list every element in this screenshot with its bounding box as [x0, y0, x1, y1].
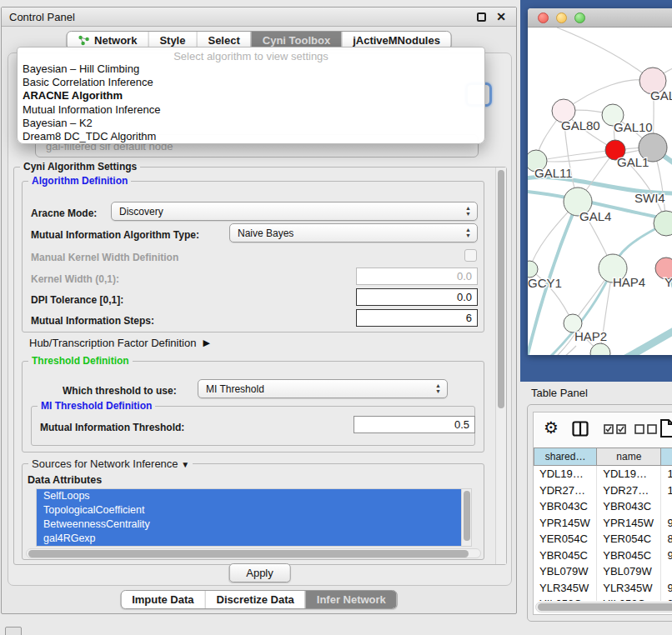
float-window-icon[interactable] [477, 12, 486, 22]
table-cell[interactable]: 9 [661, 596, 672, 601]
table-cell[interactable]: YER054C [597, 531, 661, 548]
gear-icon[interactable]: ⚙ [544, 418, 559, 438]
select-all-checkboxes-icon[interactable] [604, 424, 627, 434]
table-cell[interactable]: YDR27… [534, 482, 597, 499]
manual-kernel-label: Manual Kernel Width Definition [31, 252, 178, 263]
close-icon[interactable]: ✕ [496, 10, 506, 23]
table-row[interactable]: YLR345W YLR345W 9. [534, 580, 672, 597]
column-header-name[interactable]: name [597, 448, 661, 466]
close-traffic-light-icon[interactable] [538, 12, 549, 23]
table-cell[interactable]: YBL079W [597, 563, 661, 580]
table-row[interactable]: YDR27… YDR27… 12 [534, 482, 672, 499]
table-row[interactable]: YBL079W YBL079W [534, 563, 672, 580]
sources-hscrollbar-track[interactable] [26, 548, 481, 558]
hub-definition-expander[interactable]: Hub/Transcription Factor Definition ▶ [29, 337, 210, 349]
node-swi4[interactable] [654, 211, 672, 236]
node-bottom[interactable] [590, 343, 610, 355]
new-document-icon[interactable] [659, 418, 672, 438]
table-cell[interactable]: YIL052C [597, 596, 661, 601]
column-header-shared-name[interactable]: shared… [534, 448, 597, 466]
table-cell[interactable]: YBR045C [534, 548, 597, 564]
node-label: GAL11 [534, 166, 573, 180]
node-label: GAL80 [561, 118, 600, 132]
menu-item[interactable]: Mutual Information Inference [18, 103, 484, 117]
table-cell[interactable]: 9. [661, 580, 672, 597]
table-cell[interactable]: YDR27… [597, 482, 661, 499]
list-scrollbar-track[interactable] [461, 489, 471, 546]
table-panel-inner: ⚙ [533, 412, 672, 615]
settings-scrollbar-track[interactable] [495, 168, 506, 564]
table-cell[interactable]: 9. [661, 548, 672, 564]
collapsed-panel-icon[interactable] [5, 627, 22, 635]
table-cell[interactable]: YBR045C [597, 548, 661, 564]
bottom-tabbar: Impute Data Discretize Data Infer Networ… [120, 590, 398, 609]
zoom-traffic-light-icon[interactable] [574, 12, 585, 23]
mi-threshold-input[interactable]: 0.5 [354, 416, 475, 433]
table-cell[interactable]: YBR043C [534, 498, 597, 515]
table-cell[interactable]: YDL19… [597, 466, 661, 482]
mi-type-select[interactable]: Naive Bayes ▲▼ [229, 223, 478, 242]
menu-item[interactable]: Bayesian – Hill Climbing [18, 62, 484, 76]
data-attributes-label: Data Attributes [28, 474, 102, 486]
table-cell[interactable]: YBR043C [597, 498, 661, 515]
table-row[interactable]: YDL19… YDL19… 13 [534, 466, 672, 482]
tab-discretize-data[interactable]: Discretize Data [205, 591, 305, 608]
sources-expander[interactable]: Sources for Network Inference ▼ [28, 458, 193, 470]
collapsed-arrow-icon: ▶ [203, 338, 209, 348]
stepper-arrows-icon: ▲▼ [465, 205, 471, 217]
tab-impute-data[interactable]: Impute Data [121, 591, 204, 608]
column-header-partial[interactable] [661, 448, 672, 466]
dpi-tolerance-input[interactable]: 0.0 [356, 288, 478, 306]
table-hscrollbar-thumb[interactable] [538, 603, 672, 611]
group-title: MI Threshold Definition [38, 400, 155, 412]
minimize-traffic-light-icon[interactable] [556, 12, 567, 23]
table-row[interactable]: YPR145W YPR145W 9. [534, 515, 672, 532]
table-cell[interactable]: YLR345W [534, 580, 597, 597]
control-panel-titlebar: Control Panel ✕ [2, 8, 516, 27]
table-cell[interactable]: YER054C [534, 531, 597, 548]
table-row[interactable]: YBR045C YBR045C 9. [534, 548, 672, 564]
table-row[interactable]: YIL052C YIL052C 9 [534, 596, 672, 601]
table-panel: ⚙ [527, 404, 672, 622]
split-columns-icon[interactable] [572, 421, 589, 437]
menu-item[interactable]: Bayesian – K2 [18, 117, 484, 130]
tab-infer-network[interactable]: Infer Network [305, 591, 397, 608]
which-threshold-value: MI Threshold [206, 383, 264, 395]
menu-item[interactable]: Dream8 DC_TDC Algorithm [18, 130, 484, 143]
table-cell[interactable]: 13 [661, 466, 672, 482]
table-cell[interactable]: YIL052C [534, 596, 597, 601]
table-cell[interactable]: YBL079W [534, 563, 597, 580]
table-cell[interactable]: YLR345W [597, 580, 661, 597]
kernel-width-input[interactable]: 0.0 [356, 268, 478, 285]
list-item[interactable]: BetweennessCentrality [37, 518, 471, 532]
list-item[interactable]: gal4RGexp [37, 532, 471, 546]
network-canvas[interactable]: GAL GAL80 GAL10 GAL1 GAL11 GAL4 SWI4 GCY… [528, 28, 672, 355]
table-cell[interactable]: 9. [661, 515, 672, 532]
control-panel-window: Control Panel ✕ Network Style Select Cyn… [1, 7, 517, 614]
menu-item[interactable]: Basic Correlation Inference [18, 76, 484, 89]
table-cell[interactable]: YPR145W [597, 515, 661, 532]
sources-hscrollbar-thumb[interactable] [28, 550, 469, 558]
table-hscrollbar-track[interactable] [535, 602, 672, 612]
table-cell[interactable]: YDL19… [534, 466, 597, 482]
list-item[interactable]: SelfLoops [37, 489, 471, 503]
manual-kernel-checkbox[interactable] [464, 249, 477, 262]
deselect-all-checkboxes-icon[interactable] [634, 424, 658, 434]
settings-scrollbar-thumb[interactable] [498, 170, 504, 408]
table-header-row: shared… name [534, 448, 672, 466]
table-cell[interactable] [661, 498, 672, 515]
table-cell[interactable]: 12 [661, 482, 672, 499]
aracne-mode-select[interactable]: Discovery ▲▼ [111, 202, 478, 221]
menu-item-selected[interactable]: ARACNE Algorithm [18, 89, 484, 102]
apply-button[interactable]: Apply [228, 563, 291, 582]
which-threshold-select[interactable]: MI Threshold ▲▼ [198, 379, 448, 398]
table-cell[interactable]: YPR145W [534, 515, 597, 532]
list-scrollbar-thumb[interactable] [464, 491, 470, 541]
mi-type-value: Naive Bayes [238, 228, 293, 239]
list-item[interactable]: TopologicalCoefficient [37, 503, 471, 518]
mi-steps-input[interactable]: 6 [356, 309, 478, 327]
table-row[interactable]: YBR043C YBR043C [534, 498, 672, 515]
table-row[interactable]: YER054C YER054C 8. [534, 531, 672, 548]
table-cell[interactable]: 8. [661, 531, 672, 548]
table-cell[interactable] [661, 563, 672, 580]
